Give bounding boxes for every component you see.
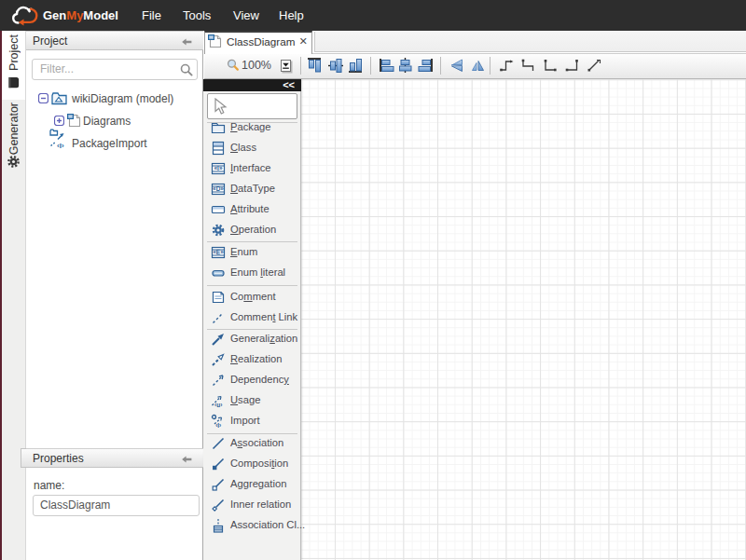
- svg-text:«I»: «I»: [214, 165, 222, 171]
- svg-text:‹I›: ‹I›: [57, 142, 64, 150]
- svg-text:«D»: «D»: [213, 185, 224, 192]
- svg-text:‹I›: ‹I›: [215, 422, 221, 429]
- svg-text:«E»: «E»: [213, 249, 224, 255]
- svg-text:‹u›: ‹u›: [214, 402, 222, 408]
